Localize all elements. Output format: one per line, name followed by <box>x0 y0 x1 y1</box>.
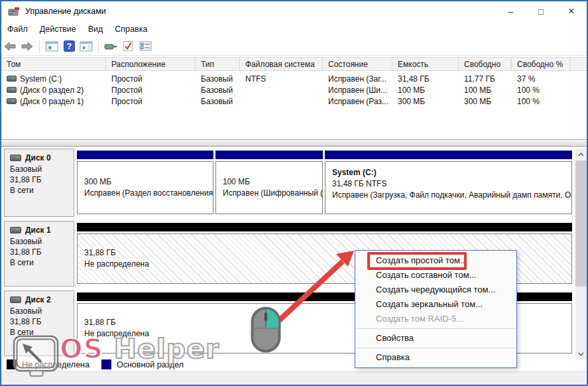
disk-status: В сети <box>10 185 70 196</box>
menu-help[interactable]: Справка <box>109 23 153 36</box>
back-icon <box>4 42 16 51</box>
disk-status: В сети <box>10 257 70 268</box>
menu-item-properties[interactable]: Свойства <box>355 331 516 346</box>
col-header-volume[interactable]: Том <box>1 58 106 70</box>
col-header-type[interactable]: Тип <box>196 58 240 70</box>
menu-item-new-mirrored-volume[interactable]: Создать зеркальный том... <box>355 297 516 312</box>
rescan-disks-icon <box>104 42 117 51</box>
partition-size: 300 МБ <box>84 176 210 188</box>
menu-item-new-raid5-volume: Создать том RAID-5... <box>355 312 516 326</box>
menu-item-new-striped-volume[interactable]: Создать чередующийся том... <box>355 283 516 297</box>
volume-layout: Простой <box>106 97 196 106</box>
toolbar-separator <box>98 40 99 53</box>
volume-capacity: 100 МБ <box>392 86 459 95</box>
volume-name: (Диск 0 раздел 1) <box>20 97 84 106</box>
close-button[interactable]: × <box>556 1 587 21</box>
volume-free-pct: 37 % <box>512 74 570 84</box>
menu-separator <box>356 348 516 348</box>
properties-button[interactable] <box>137 38 154 54</box>
maximize-button[interactable]: □ <box>526 1 556 21</box>
scroll-down-icon[interactable] <box>575 348 587 359</box>
volume-capacity: 300 МБ <box>392 97 459 106</box>
disk-management-window: Управление дисками – □ × Файл Действие В… <box>0 0 588 386</box>
pane-splitter[interactable] <box>1 139 588 147</box>
table-row[interactable]: (Диск 0 раздел 1) Простой Базовый Исправ… <box>1 96 588 107</box>
partition-color-bar <box>77 223 572 231</box>
volume-name: (Диск 0 раздел 2) <box>20 86 84 95</box>
scrollbar-thumb[interactable] <box>575 161 587 287</box>
volume-name: System (C:) <box>20 74 62 84</box>
partition-status: Не распределена <box>84 259 150 269</box>
back-button[interactable] <box>1 38 19 54</box>
disk-management-app-icon <box>8 7 20 16</box>
disk-name: Диск 2 <box>25 295 51 304</box>
volume-status: Исправен (Ши... <box>323 86 392 95</box>
volume-free-pct: 100 % <box>512 86 570 95</box>
volume-free: 100 МБ <box>459 86 512 95</box>
watermark-os-text: OS <box>60 333 103 365</box>
volume-layout: Простой <box>106 74 196 84</box>
volume-type: Базовый <box>196 74 240 84</box>
menu-file[interactable]: Файл <box>1 23 34 36</box>
partition-status: Исправен (Шифрованный ( <box>223 188 320 199</box>
disk-size: 31,88 ГБ <box>10 174 70 185</box>
volume-fs: NTFS <box>240 74 323 84</box>
show-console-tree-button[interactable] <box>43 38 60 54</box>
console-tree-icon <box>45 41 58 52</box>
table-row[interactable]: System (C:) Простой Базовый NTFS Исправе… <box>1 73 588 84</box>
table-row[interactable]: (Диск 0 раздел 2) Простой Базовый Исправ… <box>1 84 588 96</box>
vertical-scrollbar[interactable] <box>575 149 587 359</box>
col-header-free-pct[interactable]: Свободно % <box>512 58 570 70</box>
volume-free: 11,77 ГБ <box>459 74 512 84</box>
col-header-status[interactable]: Состояние <box>323 58 392 70</box>
forward-icon <box>21 42 33 51</box>
rescan-disks-button[interactable] <box>102 38 119 54</box>
disk-size: 31,88 ГБ <box>10 316 70 327</box>
help-button[interactable]: ? <box>60 38 78 54</box>
disk-1-label-panel[interactable]: Диск 1 Базовый 31,88 ГБ В сети <box>4 221 74 287</box>
check-disk-button[interactable] <box>119 38 137 54</box>
scroll-up-icon[interactable] <box>575 149 587 160</box>
partition-efi[interactable]: 100 МБ Исправен (Шифрованный ( <box>215 149 323 217</box>
menu-separator <box>356 328 516 329</box>
status-bar <box>1 371 588 385</box>
col-header-capacity[interactable]: Емкость <box>392 58 459 70</box>
disk-type: Базовый <box>10 164 70 174</box>
window-title: Управление дисками <box>25 7 106 16</box>
show-action-pane-button[interactable] <box>78 38 95 54</box>
menu-view[interactable]: Вид <box>82 23 109 36</box>
volume-status: Исправен (Заг... <box>323 74 392 84</box>
check-disk-icon <box>123 40 133 52</box>
disk-0-row: Диск 0 Базовый 31,88 ГБ В сети 300 МБ Ис… <box>4 149 572 217</box>
partition-title: System (C:) <box>332 167 566 178</box>
action-pane-icon <box>80 41 93 52</box>
svg-text:?: ? <box>66 42 71 51</box>
col-header-filesystem[interactable]: Файловая система <box>240 58 323 70</box>
disk-name: Диск 1 <box>25 225 51 235</box>
menu-item-new-spanned-volume[interactable]: Создать составной том... <box>355 268 516 283</box>
volume-list-header: Том Расположение Тип Файловая система Со… <box>1 57 588 71</box>
menu-item-help[interactable]: Справка <box>355 350 516 365</box>
disk-0-label-panel[interactable]: Диск 0 Базовый 31,88 ГБ В сети <box>4 149 74 217</box>
disk-name: Диск 0 <box>25 153 51 162</box>
disk-type: Базовый <box>10 236 70 247</box>
cursor-watermark-icon <box>12 334 62 378</box>
menu-action[interactable]: Действие <box>34 23 82 36</box>
forward-button[interactable] <box>19 38 36 54</box>
properties-list-icon <box>139 41 152 51</box>
title-bar: Управление дисками – □ × <box>1 1 587 21</box>
volume-icon <box>7 87 17 93</box>
watermark-helper-text: Helper <box>114 333 220 365</box>
disk-type: Базовый <box>10 306 70 316</box>
col-header-free[interactable]: Свободно <box>459 58 512 70</box>
menu-bar: Файл Действие Вид Справка <box>1 21 587 37</box>
partition-color-bar <box>215 151 323 159</box>
disk-icon <box>10 155 21 161</box>
partition-system-c[interactable]: System (C:) 31,48 ГБ NTFS Исправен (Загр… <box>325 149 572 217</box>
volume-status: Исправен (Раз... <box>323 97 392 106</box>
toolbar: ? <box>1 37 587 56</box>
volume-type: Базовый <box>196 86 240 95</box>
col-header-layout[interactable]: Расположение <box>106 58 196 70</box>
minimize-button[interactable]: – <box>495 1 526 21</box>
partition-recovery[interactable]: 300 МБ Исправен (Раздел восстановления <box>77 149 213 217</box>
